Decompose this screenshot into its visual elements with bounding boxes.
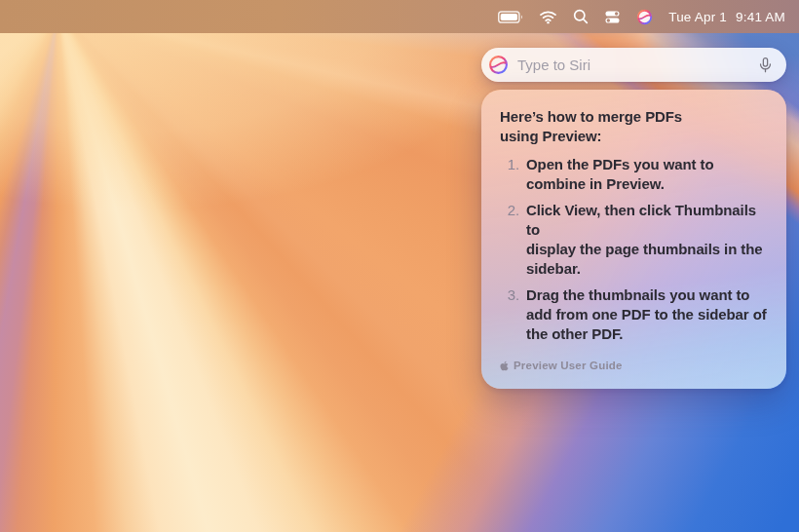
step-text-line: combine in Preview. xyxy=(526,174,714,194)
siri-panel: Type to Siri Here’s how to merge PDFs us… xyxy=(481,48,786,389)
step-2: 2. Click View, then click Thumbnails to … xyxy=(500,201,769,279)
source-label: Preview User Guide xyxy=(514,356,623,375)
step-text-line: sidebar. xyxy=(526,259,769,279)
step-3: 3. Drag the thumbnails you want to add f… xyxy=(500,285,769,344)
siri-icon xyxy=(488,55,509,75)
menu-bar: Tue Apr 1 9:41 AM xyxy=(0,0,799,33)
step-text-line: display the page thumbnails in the xyxy=(526,240,769,259)
siri-input[interactable]: Type to Siri xyxy=(481,48,786,82)
step-number: 3. xyxy=(500,285,526,344)
apple-logo-icon xyxy=(500,361,509,371)
siri-menu-icon[interactable] xyxy=(636,9,653,25)
desktop: Tue Apr 1 9:41 AM Type to Siri xyxy=(0,0,799,532)
clock-time: 9:41 AM xyxy=(736,10,785,24)
step-1: 1. Open the PDFs you want to combine in … xyxy=(500,155,769,194)
siri-input-placeholder: Type to Siri xyxy=(517,57,757,73)
wifi-icon[interactable] xyxy=(539,10,557,24)
card-heading-line: using Preview: xyxy=(500,127,769,146)
control-center-icon[interactable] xyxy=(604,9,621,25)
step-text-line: add from one PDF to the sidebar of xyxy=(526,305,767,324)
menu-bar-clock[interactable]: Tue Apr 1 9:41 AM xyxy=(668,10,785,24)
card-heading: Here’s how to merge PDFs using Preview: xyxy=(500,107,769,146)
battery-icon[interactable] xyxy=(498,11,523,23)
source-link[interactable]: Preview User Guide xyxy=(500,356,769,375)
step-number: 1. xyxy=(500,155,526,194)
step-number: 2. xyxy=(500,201,526,279)
spotlight-search-icon[interactable] xyxy=(573,9,589,24)
step-text-line: Open the PDFs you want to xyxy=(526,155,714,174)
step-text-line: Drag the thumbnails you want to xyxy=(526,285,767,305)
card-heading-line: Here’s how to merge PDFs xyxy=(500,107,769,127)
step-text-line: the other PDF. xyxy=(526,324,767,344)
clock-date: Tue Apr 1 xyxy=(668,10,727,24)
step-text-line: Click View, then click Thumbnails to xyxy=(526,201,769,240)
microphone-icon[interactable] xyxy=(757,56,774,75)
siri-response-card: Here’s how to merge PDFs using Preview: … xyxy=(481,90,786,389)
